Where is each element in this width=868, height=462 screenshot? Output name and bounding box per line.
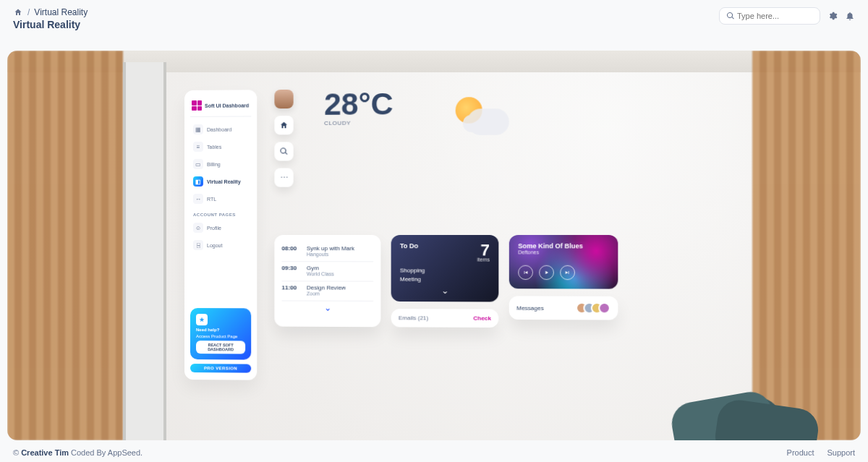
schedule-row[interactable]: 11:00 Design Review Zoom: [281, 281, 373, 301]
sidebar-section-label: ACCOUNT PAGES: [190, 208, 251, 220]
sidebar: Soft UI Dashboard ▦ Dashboard ≡ Tables ▭…: [184, 90, 257, 380]
schedule-time: 11:00: [281, 284, 300, 296]
home-chip-button[interactable]: [274, 116, 293, 134]
sidebar-item-logout[interactable]: ⍈ Logout: [190, 237, 251, 253]
footer-coded-by: Coded By AppSeed.: [69, 448, 142, 457]
dashboard-icon: ▦: [193, 124, 203, 134]
schedule-title: Synk up with Mark: [307, 245, 354, 252]
sidebar-item-rtl[interactable]: ↔ RTL: [190, 191, 251, 207]
search-input[interactable]: [736, 11, 808, 21]
avatar[interactable]: [274, 90, 293, 108]
search-input-wrapper[interactable]: [719, 7, 820, 25]
schedule-row[interactable]: 08:00 Synk up with Mark Hangouts: [281, 242, 373, 262]
sidebar-item-label: Tables: [207, 144, 221, 149]
sidebar-item-label: RTL: [207, 196, 216, 201]
todo-card: To Do 7 items Shopping Meeting ⌄: [391, 235, 499, 301]
tables-icon: ≡: [193, 142, 203, 152]
help-docs-button[interactable]: REACT SOFT DASHBOARD: [196, 341, 245, 354]
gear-icon[interactable]: [827, 11, 838, 21]
schedule-title: Design Review: [307, 284, 346, 291]
pro-version-button[interactable]: PRO VERSION: [190, 364, 251, 373]
footer: © Creative Tim Coded By AppSeed. Product…: [0, 443, 868, 462]
door-frame: [123, 62, 166, 440]
chevron-down-icon[interactable]: ⌄: [281, 301, 373, 313]
schedule-time: 08:00: [281, 245, 300, 257]
logout-icon: ⍈: [193, 240, 203, 250]
page-title: Virtual Reality: [13, 19, 88, 30]
schedule-card: 08:00 Synk up with Mark Hangouts 09:30 G…: [274, 235, 380, 327]
sidebar-item-label: Virtual Reality: [207, 179, 241, 184]
sidebar-item-label: Logout: [207, 243, 222, 248]
music-title: Some Kind Of Blues: [518, 242, 609, 249]
sidebar-item-tables[interactable]: ≡ Tables: [190, 139, 251, 155]
todo-item: Shopping: [400, 266, 490, 275]
emails-card: Emails (21) Check: [391, 309, 499, 328]
schedule-sub: Hangouts: [307, 252, 354, 257]
search-chip-button[interactable]: [274, 142, 293, 161]
search-icon: [726, 11, 736, 21]
help-subtitle: Access Product Page: [196, 334, 245, 338]
vr-room: Soft UI Dashboard ▦ Dashboard ≡ Tables ▭…: [7, 51, 861, 440]
weather-widget: 28°C CLOUDY: [324, 89, 393, 127]
footer-copyright-prefix: ©: [13, 448, 21, 457]
avatar-group: [580, 302, 610, 314]
avatar: [598, 302, 610, 314]
music-artist: Deftones: [518, 249, 609, 254]
todo-item: Meeting: [400, 275, 490, 284]
sidebar-brand[interactable]: Soft UI Dashboard: [190, 97, 251, 117]
profile-icon: ☺: [193, 223, 203, 233]
breadcrumb-separator: /: [27, 7, 30, 17]
emails-check-link[interactable]: Check: [473, 315, 491, 322]
chevron-down-icon[interactable]: ⌄: [400, 284, 490, 298]
sidebar-item-dashboard[interactable]: ▦ Dashboard: [190, 121, 251, 137]
curtain-left: [7, 51, 123, 440]
star-icon: ★: [196, 314, 208, 325]
sidebar-help-card: ★ Need help? Access Product Page REACT S…: [190, 308, 251, 360]
emails-label: Emails (21): [399, 315, 428, 321]
music-card: Some Kind Of Blues Deftones: [509, 235, 618, 289]
schedule-time: 09:30: [281, 265, 300, 276]
schedule-row[interactable]: 09:30 Gym World Class: [281, 262, 373, 281]
weather-icon: [448, 94, 522, 146]
bell-icon[interactable]: [845, 11, 855, 21]
messages-label: Messages: [516, 304, 544, 311]
footer-link-product[interactable]: Product: [787, 448, 814, 457]
temperature: 28°C: [324, 89, 393, 120]
todo-items-label: items: [477, 257, 490, 262]
sidebar-brand-text: Soft UI Dashboard: [205, 103, 249, 108]
breadcrumb: / Virtual Reality Virtual Reality: [13, 7, 88, 30]
schedule-sub: World Class: [307, 271, 334, 276]
logo-icon: [192, 100, 202, 111]
footer-link-support[interactable]: Support: [827, 448, 855, 457]
schedule-sub: Zoom: [307, 291, 346, 296]
vr-icon: ◧: [193, 176, 203, 187]
messages-card[interactable]: Messages: [509, 296, 618, 320]
billing-icon: ▭: [193, 159, 203, 169]
weather-condition: CLOUDY: [324, 119, 393, 127]
schedule-title: Gym: [307, 265, 334, 271]
next-track-button[interactable]: [560, 265, 575, 280]
todo-count: 7: [477, 242, 490, 258]
sidebar-item-profile[interactable]: ☺ Profile: [190, 220, 251, 236]
prev-track-button[interactable]: [518, 265, 533, 280]
sidebar-item-label: Profile: [207, 225, 221, 230]
sidebar-item-billing[interactable]: ▭ Billing: [190, 156, 251, 172]
rtl-icon: ↔: [193, 194, 203, 204]
todo-label: To Do: [400, 242, 418, 249]
home-icon[interactable]: [13, 7, 23, 17]
sidebar-item-virtual-reality[interactable]: ◧ Virtual Reality: [190, 174, 251, 189]
more-chip-button[interactable]: ⋯: [274, 168, 293, 187]
help-title: Need help?: [196, 328, 245, 332]
sidebar-item-label: Dashboard: [207, 127, 231, 132]
play-button[interactable]: [539, 265, 554, 280]
curtain-right: [752, 51, 861, 440]
breadcrumb-current: Virtual Reality: [34, 7, 88, 17]
footer-brand[interactable]: Creative Tim: [21, 448, 69, 457]
sidebar-item-label: Billing: [207, 161, 221, 166]
